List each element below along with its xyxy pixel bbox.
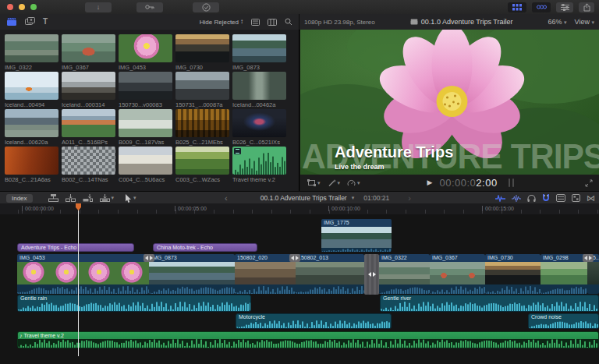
chevron-down-icon[interactable]: ▾ (112, 195, 115, 201)
browser-clip[interactable]: IMG_0873 (232, 34, 286, 72)
browser-clip-audio[interactable]: Travel theme v.2 (232, 147, 286, 184)
close-window-button[interactable] (7, 4, 13, 10)
search-icon[interactable] (285, 18, 292, 26)
audio-clip[interactable]: Motorcycle (236, 313, 392, 329)
viewer-view-popup[interactable]: View ▾ (575, 18, 594, 26)
clip-thumbnail[interactable] (175, 34, 229, 62)
timeline-tracks[interactable]: IMG_1775 Adventure Trips - Echo China Mo… (0, 214, 599, 364)
effects-browser-icon[interactable] (572, 194, 580, 202)
connected-clip[interactable]: IMG_1775 (321, 219, 392, 252)
audio-meter-bar[interactable] (512, 178, 514, 187)
primary-clip[interactable]: IMG_0873 (149, 254, 235, 294)
browser-clip[interactable]: C004_C...5U6acs (119, 147, 172, 184)
audio-clip[interactable]: Crowd noise (528, 313, 599, 329)
clip-thumbnail[interactable] (119, 72, 172, 100)
transform-popup[interactable]: ▾ (307, 179, 321, 186)
solo-headphones-icon[interactable] (527, 194, 536, 202)
browser-clip[interactable]: 150730...v00083 (119, 72, 172, 109)
browser-clip[interactable]: IMG_0730 (175, 34, 229, 72)
share-button[interactable] (579, 2, 594, 12)
overwrite-edit-icon[interactable] (100, 194, 110, 202)
browser-clip[interactable]: Iceland...00462a (232, 72, 286, 109)
primary-clip[interactable]: IMG_0367 (430, 254, 485, 294)
retime-popup[interactable]: ▾ (347, 179, 360, 187)
chevron-down-icon[interactable]: ▾ (133, 195, 136, 201)
music-clip[interactable]: ♪ Travel theme v.2 (17, 331, 599, 348)
cross-dissolve-transition[interactable] (364, 254, 379, 295)
pointer-tool-icon[interactable] (125, 194, 132, 203)
primary-clip[interactable]: 150802_013 (296, 254, 364, 294)
fullscreen-expand-icon[interactable] (585, 179, 593, 187)
timeline-ruler[interactable]: 00:00:00:00 00:00:05:00 00:00:10:00 00:0… (0, 203, 599, 215)
enhancements-popup[interactable]: ▾ (328, 179, 341, 187)
insert-edit-icon[interactable] (66, 194, 76, 202)
timeline-toggle-button[interactable] (532, 2, 551, 12)
photos-audio-sidebar-icon[interactable] (25, 17, 35, 27)
clip-appearance-icon[interactable] (556, 194, 565, 202)
clip-appearance-icon[interactable] (251, 19, 260, 26)
browser-clip[interactable]: Iceland...000314 (62, 72, 115, 109)
primary-clip[interactable]: IMG_0730 (485, 254, 541, 294)
transition-icon[interactable] (144, 254, 154, 262)
clip-thumbnail[interactable] (175, 109, 229, 137)
nav-forward-icon[interactable]: › (408, 193, 411, 203)
browser-clip[interactable]: Iceland...00620a (5, 109, 58, 147)
clip-thumbnail[interactable] (62, 147, 115, 175)
browser-clip[interactable]: IMG_0453 (119, 34, 172, 72)
index-button[interactable]: Index (6, 194, 33, 203)
transition-icon[interactable] (289, 254, 300, 262)
viewer-canvas[interactable]: ADVENTURE TRIPS Adventure Trips Live the… (300, 30, 599, 175)
browser-clip[interactable]: IMG_0367 (62, 34, 115, 72)
clip-thumbnail[interactable] (119, 147, 172, 175)
clip-thumbnail[interactable] (62, 72, 115, 100)
skimming-icon[interactable] (495, 195, 505, 202)
minimize-window-button[interactable] (19, 4, 25, 10)
filter-popup[interactable]: Hide Rejected ↕ (200, 19, 243, 26)
browser-clip[interactable]: B025_C...21MEbs (175, 109, 229, 147)
clip-thumbnail[interactable] (232, 72, 286, 100)
clip-thumbnail[interactable] (5, 147, 58, 175)
clip-thumbnail[interactable] (5, 109, 58, 137)
clip-thumbnail[interactable] (232, 109, 286, 137)
keyword-editor-button[interactable] (136, 2, 163, 12)
primary-clip[interactable]: IMG_0453 (17, 254, 149, 294)
viewer-zoom-popup[interactable]: 66% ▾ (548, 18, 567, 26)
title-clip[interactable]: China Moto-trek - Echo (153, 243, 257, 252)
browser-toggle-button[interactable] (508, 2, 526, 12)
clip-thumbnail[interactable] (62, 109, 115, 137)
browser-clip[interactable]: B028_C...21A6as (5, 147, 58, 184)
playhead[interactable] (78, 203, 79, 356)
snapping-magnet-icon[interactable] (542, 194, 550, 202)
browser-clip[interactable]: 150731_...00087a (175, 72, 229, 109)
import-media-button[interactable]: ↓ (85, 2, 112, 12)
connect-edit-icon[interactable] (48, 194, 58, 202)
clip-thumbnail[interactable] (119, 109, 172, 137)
libraries-sidebar-icon[interactable] (6, 17, 17, 27)
background-tasks-button[interactable] (193, 2, 219, 12)
clip-thumbnail[interactable] (119, 34, 172, 62)
browser-clip[interactable]: B026_C...0521IXs (232, 109, 286, 147)
audio-clip[interactable]: Gentle river (380, 295, 599, 312)
audio-clip[interactable]: Gentle rain (17, 295, 251, 312)
audio-skimming-icon[interactable] (512, 195, 521, 202)
browser-clip[interactable]: A011_C...516BPs (62, 109, 115, 147)
browser-clip[interactable]: Iceland...00494 (5, 72, 58, 109)
inspector-toggle-button[interactable] (556, 2, 573, 12)
timeline-project-name[interactable]: 00.1.0 Adventure Trips Trailer (261, 194, 347, 202)
browser-clip[interactable]: IMG_0322 (5, 34, 58, 72)
clip-thumbnail[interactable] (175, 147, 229, 175)
primary-clip[interactable]: IMG_0322 (379, 254, 430, 294)
browser-clip[interactable]: B009_C...187Vas (119, 109, 172, 147)
clip-thumbnail[interactable] (232, 34, 286, 62)
zoom-window-button[interactable] (30, 4, 37, 10)
clip-thumbnail[interactable] (5, 34, 58, 62)
transitions-browser-icon[interactable]: ⋈ (587, 194, 595, 203)
titles-generators-sidebar-icon[interactable]: T (43, 18, 48, 26)
append-edit-icon[interactable] (83, 194, 93, 202)
clip-thumbnail[interactable] (175, 72, 229, 100)
primary-clip[interactable]: IMG_0298 (541, 254, 587, 294)
transition-icon[interactable] (583, 254, 594, 262)
clip-thumbnail[interactable] (62, 34, 115, 62)
audio-meter-bar[interactable] (509, 178, 510, 187)
clip-thumbnail[interactable] (5, 72, 58, 100)
